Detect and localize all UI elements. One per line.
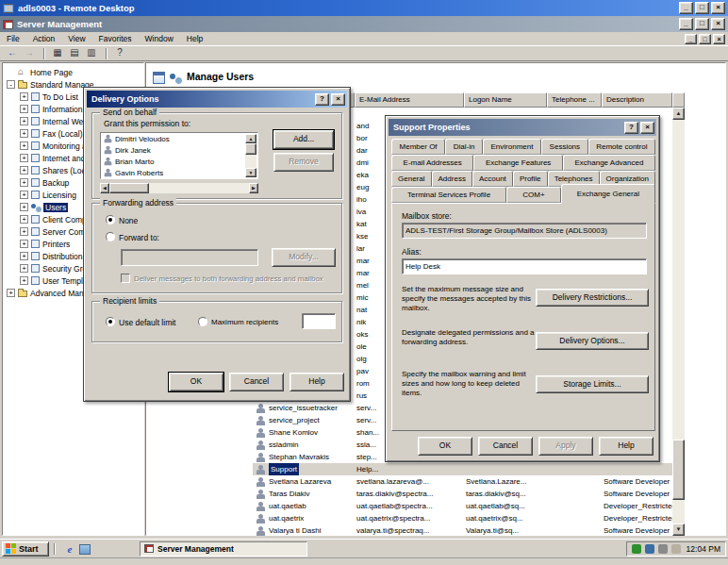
cancel-button[interactable]: Cancel [478,437,533,456]
tree-expand-box[interactable]: + [20,154,28,162]
user-row[interactable]: Svetlana Lazareva svetlana.lazareva@... … [253,475,672,488]
recipients-list[interactable]: ▲ ▼ Dimitri Veloudos Dirk Janek [100,132,258,179]
tree-expand-box[interactable]: + [20,191,28,199]
scroll-thumb[interactable] [672,440,685,500]
maximize-icon[interactable]: □ [695,2,709,14]
forward-icon[interactable]: → [22,47,37,59]
tree-expand-box[interactable]: - [7,80,15,89]
restore-icon[interactable]: □ [699,34,711,44]
user-row[interactable]: Taras Diakiv taras.diakiv@spectra... tar… [253,488,672,500]
recipient-item[interactable]: Dimitri Veloudos [101,133,257,144]
tree-expand-box[interactable]: + [7,289,15,297]
volume-icon[interactable] [658,544,668,554]
modify-button[interactable]: Modify... [272,248,336,267]
recipient-item[interactable]: Gavin Roberts [101,167,257,178]
apply-button[interactable]: Apply [538,437,593,456]
tab[interactable]: E-mail Addresses [391,155,473,171]
user-row[interactable]: uat.qaetlab uat.qaetlab@spectra... uat.q… [253,500,672,512]
maximize-icon[interactable]: □ [695,18,709,30]
tab[interactable]: Environment [483,139,541,155]
add-button[interactable]: Add... [273,130,334,149]
menu-item[interactable]: Help [180,34,209,43]
scroll-up-icon[interactable]: ▲ [672,108,685,120]
tree-expand-box[interactable]: + [20,276,28,285]
recipients-scrollbar[interactable]: ▲ ▼ [245,134,256,177]
tree-expand-box[interactable]: + [20,215,28,224]
taskbar-task-server-management[interactable]: Server Management [140,541,307,557]
deliver-both-checkbox[interactable] [121,274,130,283]
alias-field[interactable]: Help Desk [402,258,647,274]
recipient-item[interactable]: Brian Marto [101,156,257,167]
delivery-options-button[interactable]: Delivery Options... [536,332,649,350]
scroll-up-icon[interactable]: ▲ [245,134,256,143]
help-icon[interactable]: ? [112,47,127,59]
scroll-right-icon[interactable]: ▶ [249,183,258,193]
column-header-email[interactable]: E-Mail Address [355,92,464,108]
minimize-icon[interactable]: _ [679,18,693,30]
tab[interactable]: Terminal Services Profile [391,187,506,203]
close-icon[interactable]: × [640,122,654,134]
menu-item[interactable]: Favorites [92,34,139,43]
help-button[interactable]: Help [599,437,654,456]
tree-expand-box[interactable]: + [20,117,28,125]
close-icon[interactable]: × [713,34,725,44]
tree-expand-box[interactable]: + [20,92,28,101]
scroll-left-icon[interactable]: ◀ [100,183,109,193]
maximum-recipients-field[interactable] [302,313,336,329]
dialog-titlebar[interactable]: Support Properties ? × [389,119,656,136]
tree-expand-box[interactable]: + [20,129,28,138]
recipient-item[interactable]: Dirk Janek [101,144,257,156]
column-header-logon[interactable]: Logon Name [464,92,547,108]
tab[interactable]: Exchange General [561,184,655,204]
context-help-icon[interactable]: ? [315,93,329,106]
export-list-icon[interactable]: ▥ [84,47,99,59]
tab[interactable]: Sessions [541,139,588,155]
tab[interactable]: Dial-in [445,139,483,155]
show-desktop-icon[interactable] [79,544,91,555]
scroll-thumb[interactable] [109,183,149,193]
ok-button[interactable]: OK [169,373,223,391]
remote-desktop-titlebar[interactable]: adls0003 - Remote Desktop _ □ × [0,0,728,16]
tab[interactable]: COM+ [506,187,560,203]
dialog-titlebar[interactable]: Delivery Options ? × [87,91,347,108]
tab[interactable]: Exchange Advanced [563,155,655,171]
user-row[interactable]: Support Help... [253,463,672,475]
list-view-icon[interactable]: ▤ [67,47,82,59]
tree-expand-box[interactable]: + [20,141,28,150]
internet-explorer-icon[interactable]: e [63,542,76,556]
network-icon[interactable] [645,544,654,554]
scroll-thumb[interactable] [245,143,256,155]
tree-expand-box[interactable]: + [20,203,28,211]
tree-expand-box[interactable]: + [20,178,28,187]
column-header-description[interactable]: Description [602,92,672,108]
menu-item[interactable]: Action [26,34,62,43]
column-header-telephone[interactable]: Telephone ... [547,92,602,108]
tab[interactable]: Remote control [588,139,655,155]
updates-icon[interactable] [671,544,681,554]
app-titlebar[interactable]: Server Management _ □ × [0,16,728,32]
minimize-icon[interactable]: _ [685,34,697,44]
tab[interactable]: Exchange Features [473,155,563,171]
tab[interactable]: Account [472,171,513,187]
delivery-restrictions-button[interactable]: Delivery Restrictions... [536,289,649,307]
tree-expand-box[interactable]: + [20,240,28,248]
tree-expand-box[interactable]: + [20,264,28,273]
tab[interactable]: General [391,171,432,187]
list-vertical-scrollbar[interactable]: ▲ ▼ [672,108,685,536]
menu-item[interactable]: File [0,34,26,43]
user-row[interactable]: uat.qaetrix uat.qaetrix@spectra... uat.q… [253,512,672,524]
tree-expand-box[interactable]: + [20,105,28,113]
tree-expand-box[interactable]: + [20,227,28,236]
close-icon[interactable]: × [711,2,725,14]
forward-to-radio[interactable] [106,232,115,241]
security-icon[interactable] [632,544,641,554]
scroll-down-icon[interactable]: ▼ [245,168,256,177]
maximum-recipients-radio[interactable] [198,317,207,326]
recipients-hscrollbar[interactable]: ◀ ▶ [100,183,258,193]
context-help-icon[interactable]: ? [624,122,638,134]
start-button[interactable]: Start [2,541,49,557]
back-icon[interactable]: ← [5,47,20,59]
none-radio[interactable] [106,215,115,224]
tree-item[interactable]: Home Page [3,66,143,78]
tree-expand-box[interactable]: + [20,166,28,174]
